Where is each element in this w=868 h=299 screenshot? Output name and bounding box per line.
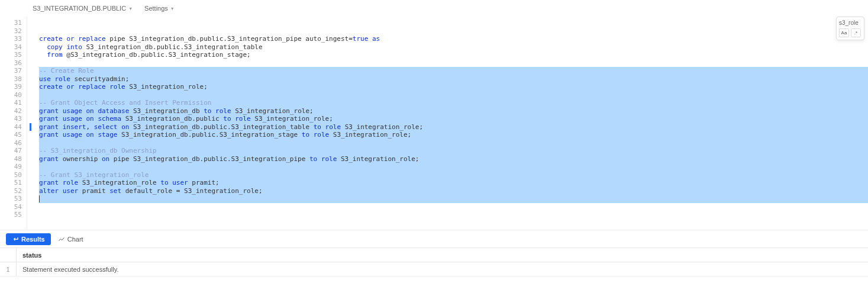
line-number: 49 [0, 163, 22, 171]
code-line[interactable] [39, 59, 868, 67]
line-number: 37 [0, 67, 22, 75]
settings-label: Settings [144, 5, 168, 12]
enter-arrow-icon [12, 236, 19, 243]
line-number: 42 [0, 107, 22, 115]
worksheet-topbar: S3_INTEGRATION_DB.PUBLIC ▼ Settings ▼ [0, 0, 868, 17]
cell-status: Statement executed successfully. [17, 266, 868, 273]
table-row[interactable]: 1Statement executed successfully. [0, 262, 868, 277]
chevron-down-icon: ▼ [170, 7, 175, 11]
code-line[interactable]: grant insert, select on S3_integration_d… [39, 123, 868, 131]
line-number: 35 [0, 51, 22, 59]
line-number: 46 [0, 139, 22, 147]
chevron-down-icon: ▼ [128, 7, 133, 11]
code-line[interactable] [39, 139, 868, 147]
line-number: 40 [0, 91, 22, 99]
code-line[interactable]: -- Grant Object Access and Insert Permis… [39, 99, 868, 107]
line-number: 54 [0, 203, 22, 211]
chart-tab-label: Chart [67, 236, 83, 243]
line-number: 53 [0, 195, 22, 203]
code-line[interactable] [39, 203, 868, 211]
code-line[interactable]: grant usage on stage S3_integration_db.p… [39, 131, 868, 139]
line-number: 38 [0, 75, 22, 83]
line-number: 41 [0, 99, 22, 107]
results-tabs: Results Chart [0, 230, 868, 247]
code-line[interactable]: grant usage on database S3_integration_d… [39, 107, 868, 115]
sql-editor[interactable]: 3132333435363738394041424344454647484950… [0, 17, 868, 230]
code-line[interactable]: copy into S3_integration_db.public.S3_in… [39, 43, 868, 52]
results-table: status 1Statement executed successfully. [0, 247, 868, 277]
settings-selector[interactable]: Settings ▼ [144, 5, 175, 12]
code-line[interactable] [39, 19, 868, 27]
results-tab[interactable]: Results [6, 233, 51, 245]
line-number: 32 [0, 27, 22, 36]
code-line[interactable] [39, 163, 868, 171]
line-number: 44 [0, 123, 22, 131]
code-line[interactable]: -- Grant S3_integration_role [39, 171, 868, 179]
line-number: 33 [0, 35, 22, 43]
line-number: 47 [0, 147, 22, 155]
line-number: 52 [0, 187, 22, 195]
context-selector[interactable]: S3_INTEGRATION_DB.PUBLIC ▼ [33, 5, 133, 12]
code-area[interactable]: create or replace pipe S3_integration_db… [27, 17, 868, 230]
line-number: 34 [0, 43, 22, 52]
code-line[interactable]: grant usage on schema S3_integration_db.… [39, 115, 868, 123]
code-line[interactable]: grant ownership on pipe S3_integration_d… [39, 155, 868, 163]
code-line[interactable]: use role securityadmin; [39, 75, 868, 83]
line-number: 51 [0, 179, 22, 187]
code-line[interactable]: create or replace role S3_integration_ro… [39, 83, 868, 91]
line-number: 55 [0, 211, 22, 219]
chart-tab[interactable]: Chart [58, 236, 83, 243]
code-line[interactable] [39, 195, 868, 203]
row-number: 1 [0, 262, 17, 276]
code-line[interactable]: -- S3_integration_db Ownership [39, 147, 868, 155]
line-number-gutter: 3132333435363738394041424344454647484950… [0, 17, 27, 230]
code-line[interactable] [39, 211, 868, 219]
line-number: 43 [0, 115, 22, 123]
column-header-status[interactable]: status [17, 252, 868, 259]
code-line[interactable] [39, 27, 868, 36]
code-line[interactable]: grant role S3_integration_role to user p… [39, 179, 868, 187]
chart-line-icon [58, 236, 65, 243]
code-line[interactable]: from @S3_integration_db.public.S3_integr… [39, 51, 868, 59]
line-number: 39 [0, 83, 22, 91]
line-number: 36 [0, 59, 22, 67]
code-line[interactable]: alter user pramit set default_role = S3_… [39, 187, 868, 195]
code-line[interactable] [39, 91, 868, 99]
results-tab-label: Results [21, 236, 45, 243]
line-number: 50 [0, 171, 22, 179]
line-number: 31 [0, 19, 22, 27]
line-number: 48 [0, 155, 22, 163]
context-label: S3_INTEGRATION_DB.PUBLIC [33, 5, 126, 12]
line-number: 45 [0, 131, 22, 139]
table-header-row: status [0, 248, 868, 262]
code-line[interactable]: -- Create Role [39, 67, 868, 75]
row-number-header [0, 248, 17, 262]
code-line[interactable]: create or replace pipe S3_integration_db… [39, 35, 868, 43]
